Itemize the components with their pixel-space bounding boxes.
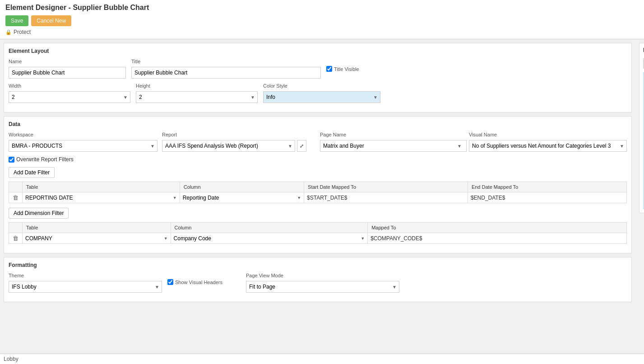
title-visible-group: Title Visible (326, 59, 359, 72)
color-style-label: Color Style (263, 83, 380, 89)
dim-filter-table-select[interactable]: COMPANY (25, 235, 161, 242)
date-filter-column-select[interactable]: Reporting Date (183, 195, 294, 201)
theme-group: Theme IFS Lobby ▼ (9, 273, 162, 293)
visualname-group: Visual Name No of Suppliers versus Net A… (469, 132, 627, 152)
width-label: Width (9, 83, 130, 89)
date-table-col-table: Table (23, 182, 180, 192)
formatting-section: Formatting Theme IFS Lobby ▼ Show Visual… (4, 257, 632, 302)
dim-filter-delete-icon[interactable]: 🗑 (13, 235, 19, 242)
date-filter-end-cell: $END_DATE$ (468, 192, 626, 203)
workspace-select[interactable]: BMRA - PRODUCTS (9, 140, 158, 152)
report-select-wrapper: AAA IFS Spend Analysis Web (Report) ▼ (162, 140, 295, 152)
add-date-filter-button[interactable]: Add Date Filter (9, 167, 55, 178)
page-view-mode-group: Page View Mode Fit to Page ▼ (246, 273, 399, 293)
workspace-report-row: Workspace BMRA - PRODUCTS ▼ Report AAA I… (9, 132, 627, 152)
title-visible-checkbox[interactable] (326, 66, 332, 72)
report-group: Report AAA IFS Spend Analysis Web (Repor… (162, 132, 315, 152)
date-filter-table-cell: REPORTING DATE (23, 192, 180, 203)
overwrite-label: Overwrite Report Filters (16, 156, 74, 163)
data-section: Data Workspace BMRA - PRODUCTS ▼ Report (4, 116, 632, 253)
dimension-filter-row: 🗑 COMPANY Company Code $COMPAN (9, 233, 627, 244)
save-button[interactable]: Save (5, 15, 28, 26)
color-style-select-wrapper: InfoDefaultWarning ▼ (263, 91, 380, 103)
toolbar: Save Cancel New (5, 15, 639, 26)
dim-table-col-mapped: Mapped To (368, 223, 627, 233)
element-preview-section: Element Preview Preview Parameters Suppl… (639, 43, 644, 213)
height-select[interactable]: 2134 (136, 91, 258, 103)
page-title: Element Designer - Supplier Bubble Chart (5, 4, 639, 12)
data-section-title: Data (9, 121, 627, 127)
date-filter-delete-cell[interactable]: 🗑 (9, 192, 23, 203)
title-visible-label: Title Visible (334, 66, 359, 72)
theme-label: Theme (9, 273, 162, 278)
dimension-filter-table: Table Column Mapped To 🗑 COMPANY (9, 222, 627, 244)
title-label: Title (131, 59, 321, 64)
report-link-button[interactable]: ⤢ (297, 140, 306, 152)
date-table-col-delete (9, 182, 23, 192)
page-view-mode-select[interactable]: Fit to Page (246, 281, 399, 293)
workspace-group: Workspace BMRA - PRODUCTS ▼ (9, 132, 158, 152)
pagename-group: Page Name Matrix and Buyer ▼ (320, 132, 464, 152)
overwrite-checkbox[interactable] (9, 157, 14, 163)
date-filter-column-cell: Reporting Date (180, 192, 304, 203)
left-panel: Element Layout Name Title Title Visible … (0, 39, 635, 309)
width-height-row: Width 2134 ▼ Height 2134 ▼ (9, 83, 627, 103)
date-filter-table-select[interactable]: REPORTING DATE (25, 195, 170, 201)
dim-table-col-table: Table (23, 223, 171, 233)
title-input[interactable] (131, 67, 321, 79)
theme-select-wrapper: IFS Lobby ▼ (9, 281, 162, 293)
page-header: Element Designer - Supplier Bubble Chart… (0, 0, 644, 39)
name-title-row: Name Title Title Visible (9, 59, 627, 79)
dim-filter-column-select[interactable]: Company Code (174, 235, 358, 242)
main-content: Element Layout Name Title Title Visible … (0, 39, 644, 309)
overwrite-row: Overwrite Report Filters (9, 156, 627, 163)
pagename-select-wrapper: Matrix and Buyer ▼ (320, 140, 464, 152)
date-filter-row: 🗑 REPORTING DATE Reporting Date (9, 192, 627, 203)
height-select-wrapper: 2134 ▼ (136, 91, 258, 103)
pagename-select[interactable]: Matrix and Buyer (320, 140, 467, 152)
page-view-mode-select-wrapper: Fit to Page ▼ (246, 281, 399, 293)
protect-label: Protect (14, 29, 31, 35)
dim-filter-delete-cell[interactable]: 🗑 (9, 233, 23, 244)
width-group: Width 2134 ▼ (9, 83, 130, 103)
height-label: Height (136, 83, 258, 89)
date-filter-table: Table Column Start Date Mapped To End Da… (9, 182, 627, 203)
name-label: Name (9, 59, 126, 64)
dim-filter-column-cell: Company Code (171, 233, 368, 244)
right-panel: Element Preview Preview Parameters Suppl… (635, 39, 644, 309)
workspace-select-wrapper: BMRA - PRODUCTS ▼ (9, 140, 158, 152)
theme-select[interactable]: IFS Lobby (9, 281, 162, 293)
date-table-col-start: Start Date Mapped To (304, 182, 468, 192)
color-style-group: Color Style InfoDefaultWarning ▼ (263, 83, 380, 103)
formatting-row: Theme IFS Lobby ▼ Show Visual Headers Pa… (9, 273, 627, 293)
formatting-title: Formatting (9, 262, 627, 268)
title-group: Title (131, 59, 321, 79)
color-style-select[interactable]: InfoDefaultWarning (263, 91, 380, 103)
dim-filter-mapped-cell: $COMPANY_CODE$ (368, 233, 627, 244)
dim-filter-table-cell: COMPANY (23, 233, 171, 244)
visualname-select-wrapper: No of Suppliers versus Net Amount for Ca… (469, 140, 627, 152)
visual-name-label: Visual Name (469, 132, 627, 137)
add-dimension-filter-button[interactable]: Add Dimension Filter (9, 208, 69, 219)
width-select[interactable]: 2134 (9, 91, 130, 103)
name-input[interactable] (9, 67, 126, 79)
name-group: Name (9, 59, 126, 79)
report-label: Report (162, 132, 315, 137)
visualname-select[interactable]: No of Suppliers versus Net Amount for Ca… (469, 140, 627, 152)
page-name-label: Page Name (320, 132, 464, 137)
date-filter-delete-icon[interactable]: 🗑 (13, 194, 19, 201)
cancel-button[interactable]: Cancel New (31, 15, 71, 26)
page-view-mode-label: Page View Mode (246, 273, 399, 278)
workspace-label: Workspace (9, 132, 158, 137)
show-headers-group: Show Visual Headers (167, 273, 222, 285)
element-layout-title: Element Layout (9, 48, 627, 54)
date-table-col-end: End Date Mapped To (468, 182, 626, 192)
height-group: Height 2134 ▼ (136, 83, 258, 103)
width-select-wrapper: 2134 ▼ (9, 91, 130, 103)
report-select[interactable]: AAA IFS Spend Analysis Web (Report) (162, 140, 295, 152)
lock-icon: 🔒 (5, 29, 12, 35)
dim-table-col-delete (9, 223, 23, 233)
show-headers-checkbox[interactable] (167, 279, 173, 285)
date-filter-start-cell: $START_DATE$ (304, 192, 468, 203)
date-table-col-column: Column (180, 182, 304, 192)
